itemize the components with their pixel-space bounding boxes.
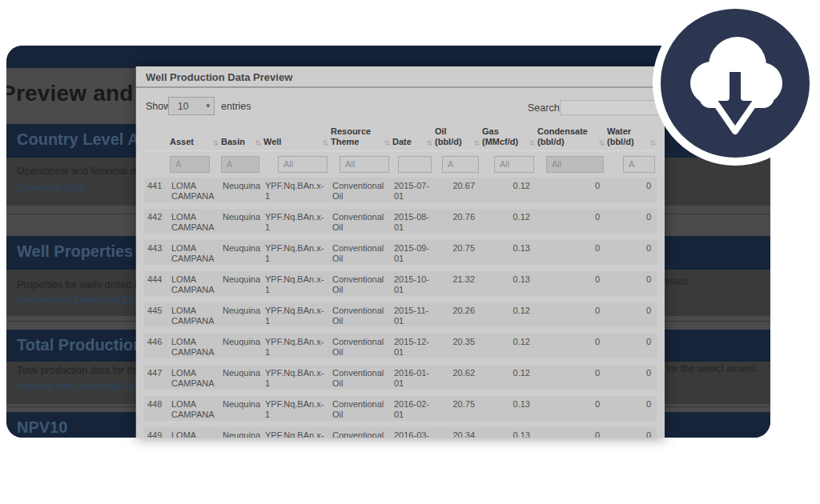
row-index-cell: 445: [144, 299, 168, 330]
table-row: 447LOMA CAMPANANeuquinaYPF.Nq.BAn.x-1Con…: [144, 362, 657, 393]
table-cell-resource-theme: Conventional Oil: [329, 178, 391, 206]
column-header-resource-theme[interactable]: ResourceTheme⇅: [329, 120, 391, 151]
column-header-condensate[interactable]: Condensate(bbl/d)⇅: [536, 120, 605, 151]
table-cell-water: 0: [605, 362, 657, 393]
table-cell-date: 2015-07-01: [391, 178, 433, 206]
table-cell-resource-theme: Conventional Oil: [329, 206, 391, 237]
table-cell-condensate: 0: [536, 268, 605, 299]
section-description-tail: for the select assets.: [666, 363, 758, 374]
table-row: 441LOMA CAMPANANeuquinaYPF.Nq.BAn.x-1Con…: [144, 178, 657, 206]
table-cell-gas: 0.12: [480, 330, 536, 362]
sort-icon: ⇅: [598, 139, 605, 147]
table-cell-gas: 0.12: [480, 206, 536, 237]
column-header-well[interactable]: Well⇅: [262, 120, 329, 151]
row-index-cell: 443: [144, 237, 168, 268]
table-cell-condensate: 0: [536, 237, 605, 268]
table-cell-water: 0: [605, 268, 657, 299]
download-badge[interactable]: [649, 0, 820, 171]
page-title: Preview and D: [6, 81, 156, 106]
search-label: Search:: [528, 102, 562, 114]
table-cell-asset: LOMA CAMPANA: [168, 237, 219, 268]
table-cell-basin: Neuquina: [219, 206, 262, 237]
table-cell-basin: Neuquina: [219, 362, 262, 393]
table-cell-asset: LOMA CAMPANA: [168, 268, 219, 299]
table-cell-water: 0: [605, 393, 657, 424]
table-cell-water: 0: [605, 330, 657, 362]
table-cell-gas: 0.13: [480, 268, 536, 299]
table-cell-basin: Neuquina: [219, 268, 262, 299]
table-cell-date: 2016-03-: [391, 424, 433, 438]
table-cell-water: 0: [605, 424, 657, 438]
table-cell-well: YPF.Nq.BAn.x-1: [262, 206, 329, 237]
table-cell-resource-theme: Conventional Oil: [329, 299, 391, 330]
table-cell-asset: LOMA CAMPANA: [168, 393, 219, 424]
filter-cell: A: [168, 151, 219, 178]
table-cell-asset: LOMA CAMPANA: [168, 299, 219, 330]
column-filter-condensate[interactable]: All: [546, 156, 604, 173]
table-cell-condensate: 0: [536, 393, 605, 424]
section-title: Total Production: [17, 336, 143, 354]
table-row: 446LOMA CAMPANANeuquinaYPF.Nq.BAn.x-1Con…: [144, 330, 657, 362]
table-cell-asset: LOMA CAMPANA: [168, 330, 219, 362]
filter-cell: All: [329, 151, 391, 178]
search-input[interactable]: [560, 100, 661, 115]
table-cell-oil: 20.26: [433, 299, 480, 330]
column-filter-oil[interactable]: A: [442, 156, 479, 173]
table-cell-oil: 20.35: [433, 330, 480, 362]
modal-title: Well Production Data Preview: [136, 66, 665, 88]
table-cell-resource-theme: Conventional Oil: [329, 237, 391, 268]
table-cell-well: YPF.Nq.BAn.x-1: [262, 178, 329, 206]
table-cell-resource-theme: Conventional Oil: [329, 362, 391, 393]
row-index-cell: 442: [144, 206, 168, 237]
table-cell-water: 0: [605, 237, 657, 268]
download-data-link[interactable]: Download Data: [17, 182, 85, 194]
table-cell-basin: Neuquina: [219, 393, 262, 424]
sort-icon: ⇅: [426, 139, 432, 147]
preview-and-download-data-link[interactable]: Preview and Download Data: [17, 381, 143, 392]
table-cell-date: 2015-10-01: [391, 268, 433, 299]
table-header-row: Asset⇅ Basin⇅ Well⇅ResourceTheme⇅ Date⇅O…: [144, 120, 657, 151]
table-cell-well: YPF.Nq.BAn.x-1: [262, 268, 329, 299]
table-cell-condensate: 0: [536, 206, 605, 237]
table-cell-water: 0: [605, 299, 657, 330]
table-controls: Show 10 ▾ entries Search:: [136, 88, 665, 120]
table-cell-resource-theme: Conventional Oil: [329, 424, 391, 438]
table-cell-asset: LOMA CAMPANA: [168, 178, 219, 206]
filter-cell: All: [480, 151, 536, 178]
column-filter-basin[interactable]: A: [221, 156, 259, 173]
column-filter-resource-theme[interactable]: All: [340, 156, 389, 173]
column-filter-well[interactable]: All: [278, 156, 328, 173]
table-cell-gas: 0.13: [480, 393, 536, 424]
table-cell-well: YPF.Nq.BAn.x-1: [262, 424, 329, 438]
column-header-asset[interactable]: Asset⇅: [168, 120, 219, 151]
table-row: 448LOMA CAMPANANeuquinaYPF.Nq.BAn.x-1Con…: [144, 393, 657, 424]
table-cell-asset: LOMA CAMPANA: [168, 424, 219, 438]
section-title: NPV10: [17, 418, 67, 437]
table-cell-asset: LOMA CAMPANA: [168, 206, 219, 237]
filter-cell: A: [433, 151, 480, 178]
table-cell-condensate: 0: [536, 362, 605, 393]
table-row: 443LOMA CAMPANANeuquinaYPF.Nq.BAn.x-1Con…: [144, 237, 657, 268]
column-filter-asset[interactable]: A: [170, 156, 210, 173]
table-cell-well: YPF.Nq.BAn.x-1: [262, 237, 329, 268]
well-production-table: Asset⇅ Basin⇅ Well⇅ResourceTheme⇅ Date⇅O…: [144, 120, 657, 438]
column-header-oil[interactable]: Oil(bbl/d)⇅: [433, 120, 480, 151]
preview-and-download-data-link[interactable]: Preview and Download Data: [17, 294, 143, 306]
column-header-date[interactable]: Date⇅: [391, 120, 433, 151]
column-header-gas[interactable]: Gas(MMcf/d)⇅: [480, 120, 536, 151]
table-cell-well: YPF.Nq.BAn.x-1: [262, 362, 329, 393]
sort-icon: ⇅: [255, 139, 261, 147]
column-filter-date[interactable]: [398, 156, 432, 173]
table-cell-oil: 20.34: [433, 424, 480, 438]
table-cell-resource-theme: Conventional Oil: [329, 268, 391, 299]
row-index-filter-spacer: [144, 151, 168, 178]
table-cell-oil: 21.32: [433, 268, 480, 299]
table-cell-basin: Neuquina: [219, 178, 262, 206]
sort-icon: ⇅: [473, 139, 480, 147]
column-header-basin[interactable]: Basin⇅: [219, 120, 262, 151]
table-cell-basin: Neuquina: [219, 330, 262, 362]
page-size-select[interactable]: 10 ▾: [168, 97, 215, 115]
column-filter-gas[interactable]: All: [494, 156, 534, 173]
table-cell-condensate: 0: [536, 178, 605, 206]
table-cell-basin: Neuquina: [219, 299, 262, 330]
